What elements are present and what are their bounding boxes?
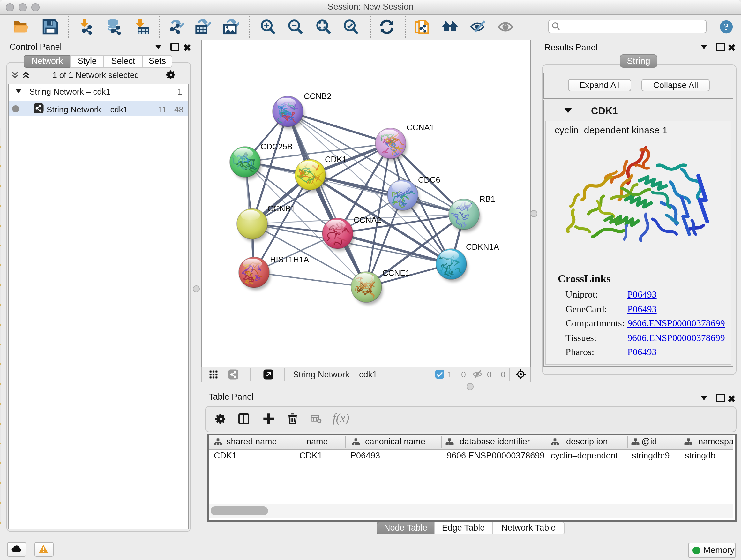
svg-text:RB1: RB1	[479, 194, 495, 203]
svg-text:CDK1: CDK1	[325, 155, 347, 164]
svg-text:CDC6: CDC6	[418, 175, 441, 184]
svg-text:?: ?	[724, 21, 729, 33]
svg-text:CDKN1A: CDKN1A	[466, 242, 499, 251]
svg-text:CCNB1: CCNB1	[267, 204, 295, 213]
svg-text:CCNA1: CCNA1	[407, 123, 434, 132]
svg-text:CCNA2: CCNA2	[354, 215, 381, 225]
svg-text:CCNE1: CCNE1	[382, 268, 410, 277]
svg-text:CDC25B: CDC25B	[260, 142, 293, 151]
svg-text:CCNB2: CCNB2	[304, 91, 332, 101]
svg-text:HIST1H1A: HIST1H1A	[270, 255, 309, 264]
